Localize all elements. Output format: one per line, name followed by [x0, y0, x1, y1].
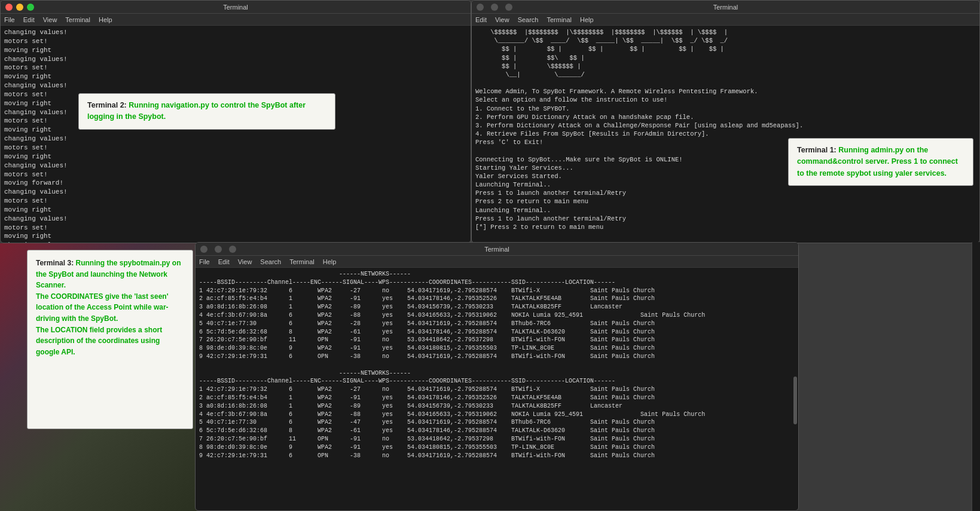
menu-help[interactable]: Help: [99, 16, 112, 23]
menu-view[interactable]: View: [238, 258, 252, 265]
menu-help[interactable]: Help: [580, 16, 594, 23]
terminal-2-content: changing values! motors set! moving righ…: [1, 26, 471, 243]
menu-edit[interactable]: Edit: [475, 16, 487, 23]
terminal-4-content: ------NETWORKS------ -----BSSID---------…: [196, 268, 798, 510]
maximize-button[interactable]: [27, 4, 34, 11]
close-button-4[interactable]: [200, 246, 207, 253]
menu-edit[interactable]: Edit: [23, 16, 35, 23]
menu-terminal[interactable]: Terminal: [289, 258, 315, 265]
annotation-3-label: Terminal 3:: [36, 259, 75, 267]
maximize-button-gray[interactable]: [505, 4, 512, 11]
terminal-2-menubar: File Edit View Terminal Help: [1, 14, 471, 26]
maximize-button-4[interactable]: [229, 246, 236, 253]
annotation-2-label: Terminal 2:: [87, 101, 129, 109]
terminal-1-titlebar: Terminal: [472, 1, 979, 14]
right-edge-terminal: [972, 242, 980, 511]
terminal-2-titlebar: Terminal: [1, 1, 471, 14]
minimize-button[interactable]: [16, 4, 23, 11]
menu-search[interactable]: Search: [518, 16, 539, 23]
terminal-4-window[interactable]: Terminal File Edit View Search Terminal …: [195, 242, 799, 511]
annotation-1-label: Terminal 1:: [797, 146, 838, 154]
menu-view[interactable]: View: [495, 16, 509, 23]
terminal-3-annotation: Terminal 3: Running the spybotmain.py on…: [27, 250, 193, 429]
terminal-1-menubar: Edit View Search Terminal Help: [472, 14, 979, 26]
terminal-2-window[interactable]: Terminal File Edit View Terminal Help ch…: [0, 0, 471, 243]
menu-view[interactable]: View: [43, 16, 57, 23]
minimize-button-gray[interactable]: [491, 4, 498, 11]
menu-search[interactable]: Search: [260, 258, 281, 265]
close-button-gray[interactable]: [477, 4, 484, 11]
terminal-1-content: \$$$$$$ |$$$$$$$$ |\$$$$$$$$ |$$$$$$$$ |…: [472, 26, 979, 243]
close-button[interactable]: [5, 4, 13, 11]
annotation-3-text-2: The COORDINATES give the 'last seen' loc…: [36, 292, 169, 323]
terminal-1-window[interactable]: Terminal Edit View Search Terminal Help …: [471, 0, 980, 243]
minimize-button-4[interactable]: [215, 246, 222, 253]
terminal-4-menubar: File Edit View Search Terminal Help: [196, 256, 798, 268]
menu-edit[interactable]: Edit: [218, 258, 230, 265]
terminal-4-titlebar: Terminal: [196, 243, 798, 256]
annotation-3-text-3: The LOCATION field provides a short desc…: [36, 326, 162, 356]
menu-help[interactable]: Help: [323, 258, 337, 265]
terminal-2-annotation: Terminal 2: Running navigation.py to con…: [78, 93, 335, 130]
menu-file[interactable]: File: [4, 16, 15, 23]
menu-terminal[interactable]: Terminal: [65, 16, 90, 23]
terminal-4-title: Terminal: [484, 246, 509, 253]
terminal-1-annotation: Terminal 1: Running admin.py on the comm…: [788, 138, 973, 186]
scrollbar-thumb[interactable]: [793, 377, 797, 424]
terminal-2-title: Terminal: [223, 4, 248, 11]
menu-terminal[interactable]: Terminal: [547, 16, 572, 23]
terminal-1-title: Terminal: [713, 4, 738, 11]
menu-file[interactable]: File: [199, 258, 210, 265]
